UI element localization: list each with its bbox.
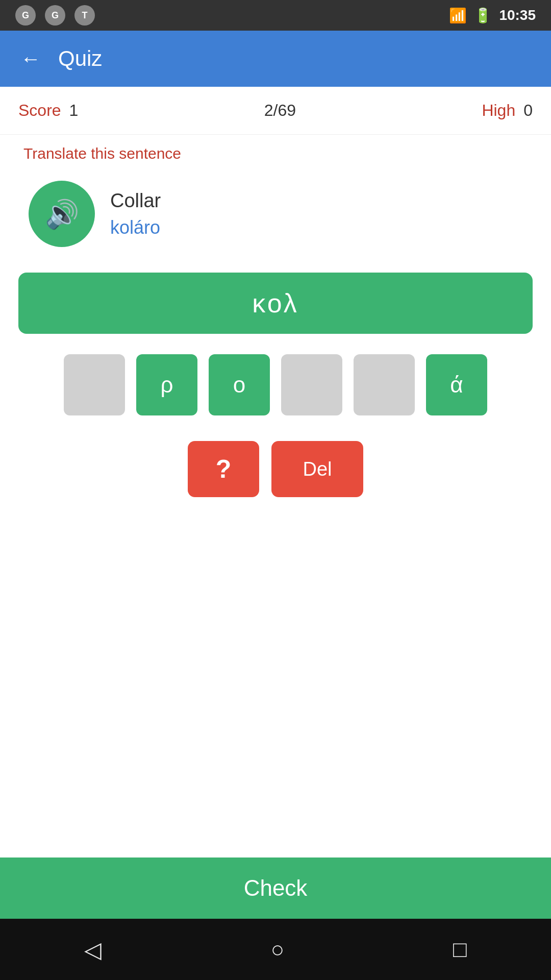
word-translation: koláro	[110, 217, 161, 238]
answer-text: κολ	[252, 288, 298, 318]
status-bar: G G T 📶 🔋 10:35	[0, 0, 551, 31]
time-display: 10:35	[499, 7, 536, 23]
word-text-block: Collar koláro	[110, 190, 161, 238]
main-content: Translate this sentence 🔊 Collar koláro …	[0, 135, 551, 533]
recents-nav-icon[interactable]: □	[453, 937, 467, 962]
letter-tile-2[interactable]: o	[209, 354, 270, 415]
battery-icon: 🔋	[474, 7, 492, 24]
progress-text: 2/69	[78, 101, 482, 120]
app-bar: ← Quiz	[0, 31, 551, 87]
status-icon-g2: G	[45, 5, 65, 26]
letter-tile-4[interactable]	[354, 354, 415, 415]
score-row: Score 1 2/69 High 0	[0, 87, 551, 135]
del-button[interactable]: Del	[271, 441, 363, 497]
letter-tile-0[interactable]	[64, 354, 125, 415]
letter-tile-3[interactable]	[281, 354, 342, 415]
word-row: 🔊 Collar koláro	[18, 181, 533, 247]
action-buttons: ? Del	[18, 441, 533, 497]
answer-box: κολ	[18, 273, 533, 334]
letter-tile-5[interactable]: ά	[426, 354, 487, 415]
status-icon-t: T	[74, 5, 95, 26]
signal-icon: 📶	[449, 7, 467, 24]
word-english: Collar	[110, 190, 161, 212]
back-nav-icon[interactable]: ◁	[84, 937, 102, 963]
status-bar-right: 📶 🔋 10:35	[449, 7, 536, 24]
check-button[interactable]: Check	[0, 857, 551, 919]
hint-button[interactable]: ?	[188, 441, 259, 497]
high-label: High	[482, 101, 515, 120]
sound-button[interactable]: 🔊	[29, 181, 95, 247]
score-value: 1	[69, 101, 79, 120]
letter-tile-1[interactable]: ρ	[136, 354, 197, 415]
translate-instruction: Translate this sentence	[23, 145, 533, 162]
letter-tiles: ρ o ά	[18, 354, 533, 415]
app-bar-title: Quiz	[58, 46, 102, 71]
bottom-nav: ◁ ○ □	[0, 919, 551, 980]
back-button[interactable]: ←	[15, 42, 46, 76]
high-value: 0	[523, 101, 533, 120]
check-label: Check	[244, 875, 308, 901]
status-icon-g1: G	[15, 5, 36, 26]
status-icons: G G T	[15, 5, 95, 26]
score-label: Score	[18, 101, 61, 120]
speaker-icon: 🔊	[45, 198, 79, 230]
home-nav-icon[interactable]: ○	[270, 937, 284, 962]
